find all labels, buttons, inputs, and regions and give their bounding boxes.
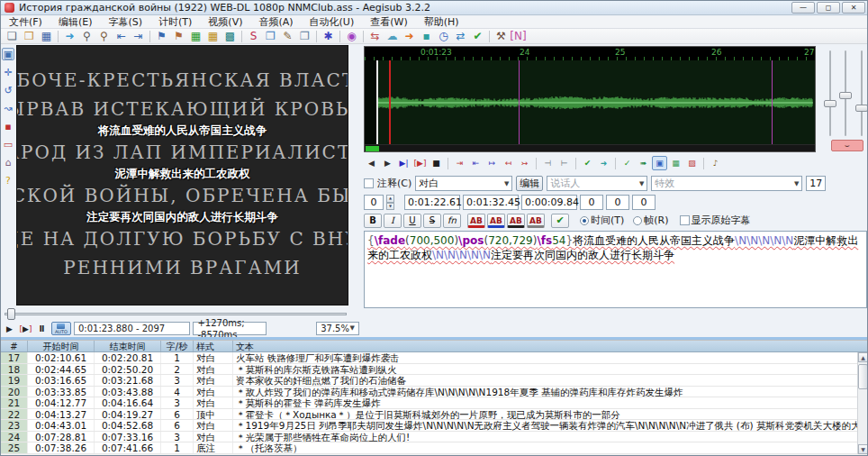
play-selection-icon[interactable]: [▶]: [412, 156, 428, 170]
actor-dropdown[interactable]: 说话人 ▼: [547, 176, 647, 191]
video-pause-button[interactable]: Ⅱ: [35, 322, 49, 335]
grid-column-header[interactable]: #: [1, 341, 28, 351]
open-file-icon[interactable]: ❒: [21, 29, 38, 43]
menu-edit[interactable]: 编辑(E): [50, 16, 101, 29]
subtitle-row-25[interactable]: 250:07:38.260:07:41.661底注＊（托洛茨基）: [1, 442, 868, 454]
drag-position-icon[interactable]: ✛: [2, 66, 14, 78]
menu-video[interactable]: 视频(V): [200, 16, 250, 29]
lead-out-icon[interactable]: ⊢: [556, 156, 572, 170]
seek-track[interactable]: [5, 313, 347, 315]
prev-line-icon[interactable]: ◀: [364, 156, 379, 170]
rotate-z-icon[interactable]: ↺: [2, 84, 14, 96]
styling-assistant-icon[interactable]: S: [245, 29, 262, 43]
help-icon[interactable]: ?: [2, 174, 14, 187]
scroll-down-icon[interactable]: ▼: [858, 444, 868, 454]
outline-color-button[interactable]: AB: [507, 214, 525, 228]
time-radio-label[interactable]: 时间(T): [591, 214, 624, 227]
duration-field[interactable]: 0:00:09.84: [521, 195, 577, 210]
menu-subtitle[interactable]: 字幕(S): [100, 16, 150, 29]
play-500-first-icon[interactable]: ↦: [484, 156, 500, 170]
audio-scroll-position[interactable]: [366, 146, 379, 151]
clip-rect-icon[interactable]: ▭: [2, 138, 14, 150]
style-dropdown[interactable]: 对白 ▼: [415, 176, 512, 191]
subtitle-row-17[interactable]: 170:02:10.610:02:20.811对白火车站 铁路修理厂和列车遭到爆…: [1, 352, 868, 364]
minimize-button[interactable]: —: [791, 2, 815, 14]
resample-resolution-icon[interactable]: ➜: [401, 29, 418, 43]
stop-icon[interactable]: ■: [429, 156, 444, 170]
video-play-button[interactable]: ▶: [3, 322, 16, 335]
show-original-checkbox[interactable]: [680, 215, 690, 225]
video-auto-seek-toggle[interactable]: AUTO: [51, 322, 71, 335]
standard-mode-icon[interactable]: ▣: [2, 48, 14, 60]
subtitle-text-editor[interactable]: {\fade(700,500)\pos(720,729)\fs54}将流血受难的…: [364, 231, 867, 308]
primary-color-button[interactable]: AB: [467, 214, 485, 228]
video-seek-slider[interactable]: [3, 308, 348, 320]
jump-to-icon[interactable]: ➜: [61, 29, 78, 43]
margin-vertical-field[interactable]: 0: [632, 195, 656, 210]
layer-field[interactable]: 0: [364, 195, 384, 210]
secondary-color-button[interactable]: AB: [487, 214, 505, 228]
spellcheck-small-icon[interactable]: ▪: [418, 29, 435, 43]
automation-icon[interactable]: ✱: [320, 29, 337, 43]
subtitle-row-24[interactable]: 240:07:28.810:07:33.163对白＊光荣属于那些牺牲在革命岗位上…: [1, 432, 868, 443]
video-zoom-dropdown[interactable]: 37.5% ▼: [316, 322, 359, 335]
options-icon[interactable]: ⚒: [493, 29, 510, 43]
rotate-xy-icon[interactable]: ↝: [2, 102, 14, 114]
grid-column-header[interactable]: 开始时间: [28, 341, 95, 351]
title-bar[interactable]: История гражданской войны (1922) WEB-DL …: [1, 1, 868, 15]
timing-postprocessor-icon[interactable]: ◷: [435, 29, 452, 43]
link-zoom-volume-button[interactable]: ⌣: [831, 140, 863, 151]
scale-icon[interactable]: ▪: [2, 120, 14, 132]
spin-down-icon[interactable]: ▼: [386, 203, 394, 211]
subtitle-row-23[interactable]: 230:04:43.010:04:52.686对白＊1919年9月25日 列昂季…: [1, 420, 868, 432]
properties-flag-icon[interactable]: ⚑: [153, 29, 170, 43]
replace-icon[interactable]: ⚲: [95, 29, 113, 43]
attachments-icon[interactable]: ▩: [222, 29, 239, 43]
menu-automation[interactable]: 自动化(U): [302, 16, 363, 29]
scroll-up-icon[interactable]: ▲: [858, 352, 868, 362]
select-lines-icon[interactable]: ☁: [384, 29, 401, 43]
find-icon[interactable]: ⚲: [78, 29, 95, 43]
underline-button[interactable]: U: [403, 214, 421, 228]
margin-left-field[interactable]: 0: [580, 195, 603, 210]
auto-scroll-icon[interactable]: ▣: [652, 156, 667, 170]
time-radio[interactable]: [580, 216, 589, 225]
resolution-grid-icon[interactable]: ▦: [187, 29, 204, 43]
jump-video-end-icon[interactable]: ⇥: [130, 29, 147, 43]
margin-right-field[interactable]: 0: [606, 195, 629, 210]
slider-thumb[interactable]: [855, 105, 868, 112]
seek-thumb[interactable]: [7, 308, 15, 320]
spin-up-icon[interactable]: ▲: [386, 195, 394, 203]
subtitle-row-22[interactable]: 220:04:13.270:04:19.276顶中＊霍登卡（＊Ходынка＊）…: [1, 409, 868, 421]
new-file-icon[interactable]: ❏: [4, 29, 21, 43]
bold-button[interactable]: B: [364, 214, 382, 228]
menu-file[interactable]: 文件(F): [1, 16, 50, 29]
shift-times-icon[interactable]: ⇆: [366, 29, 384, 43]
start-time-field[interactable]: 0:01:22.61: [404, 195, 460, 210]
italic-button[interactable]: I: [384, 214, 402, 228]
log-window-icon[interactable]: [N]: [510, 29, 527, 43]
jump-video-start-icon[interactable]: ⇤: [113, 29, 130, 43]
show-original-label[interactable]: 显示原始字幕: [692, 214, 751, 227]
maximize-button[interactable]: ◻: [817, 2, 840, 14]
grid-scrollbar[interactable]: ▲ ▼: [857, 352, 868, 454]
frame-radio-label[interactable]: 帧(R): [644, 214, 668, 227]
fix-timing-icon[interactable]: ⇄: [452, 29, 469, 43]
styles-flag-icon[interactable]: ⚑: [170, 29, 187, 43]
grid-column-header[interactable]: 字/秒: [161, 341, 194, 351]
slider-thumb[interactable]: [839, 92, 852, 99]
waveform-area[interactable]: [365, 60, 815, 145]
paste-over-icon[interactable]: ❐: [296, 29, 313, 43]
grid-column-header[interactable]: 结束时间: [95, 341, 161, 351]
end-time-field[interactable]: 0:01:32.45: [463, 195, 519, 210]
kanji-timer-icon[interactable]: ◉: [343, 29, 360, 43]
commit-icon[interactable]: ✔: [580, 156, 595, 170]
comment-checkbox[interactable]: [364, 178, 374, 188]
menu-timing[interactable]: 计时(T): [150, 16, 200, 29]
lead-in-icon[interactable]: ⊣: [540, 156, 556, 170]
next-line-icon[interactable]: ▶: [380, 156, 395, 170]
audio-scrollbar[interactable]: [365, 144, 815, 151]
video-play-line-button[interactable]: [▶]: [19, 322, 32, 335]
close-button[interactable]: ✕: [842, 2, 865, 14]
play-to-end-icon[interactable]: ↣: [517, 156, 532, 170]
